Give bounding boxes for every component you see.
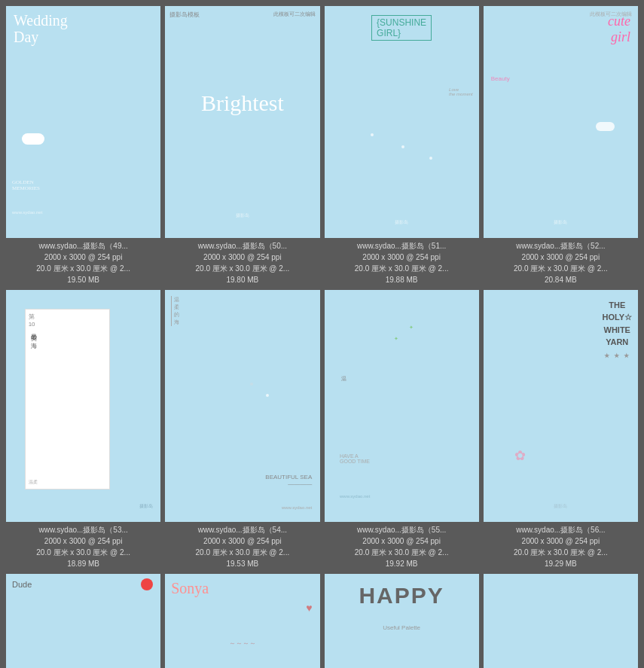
card-url-text: www.sydao.net	[340, 494, 370, 499]
card-kanji-text: 最美の海	[26, 328, 40, 340]
thumbnail-57[interactable]: Dude Brightest from my life	[6, 574, 160, 668]
card-sub-kanji: 温柔	[29, 479, 38, 486]
list-item[interactable]: ✦ ✦ 温 HAVE AGOOD TIME www.sydao.net www.…	[325, 290, 479, 569]
dot-icon	[401, 145, 404, 148]
thumbnail-51[interactable]: {SUNSHINEGIRL} Lovethe moment 摄影岛	[325, 6, 479, 238]
thumbnail-54[interactable]: 温柔的海 BEAUTIFUL SEA———— www.sydao.net	[165, 290, 319, 522]
card-dude-text: Dude	[12, 580, 32, 589]
card-love-text: Lovethe moment	[449, 87, 473, 96]
list-item[interactable]: 摄影岛模板 此模板可二次编辑 Brightest 摄影岛 www.sydao..…	[165, 6, 319, 285]
card-bottom-kanji: HAVE AGOOD TIME	[340, 453, 370, 464]
thumbnail-59[interactable]: HAPPY Useful Palette The you light of so…	[325, 574, 479, 668]
item-info-56: www.sydao...摄影岛（56... 2000 x 3000 @ 254 …	[514, 524, 608, 569]
thumbnail-52[interactable]: 此模板可二次编辑 cutegirl Beauty 摄影岛	[484, 6, 638, 238]
red-circle-icon	[141, 578, 153, 590]
thumbnail-60[interactable]: 温柔海 摄影岛	[484, 574, 638, 668]
list-item[interactable]: 温柔的海 BEAUTIFUL SEA———— www.sydao.net www…	[165, 290, 319, 569]
card-heart-icon: ♥	[306, 602, 312, 614]
card-site-text: 摄影岛	[554, 219, 567, 226]
list-item[interactable]: 此模板可二次编辑 cutegirl Beauty 摄影岛 www.sydao..…	[484, 6, 638, 285]
thumbnail-55[interactable]: ✦ ✦ 温 HAVE AGOOD TIME www.sydao.net	[325, 290, 479, 522]
card-happy-sub: Useful Palette	[383, 624, 420, 631]
list-item[interactable]: {SUNSHINEGIRL} Lovethe moment 摄影岛 www.sy…	[325, 6, 479, 285]
card-site-text: 摄影岛	[395, 219, 408, 226]
card-star-text: ✦	[409, 325, 415, 331]
card-bottom-text: 摄影岛	[236, 212, 249, 219]
card-white-border: 第10 最美の海 温柔	[25, 309, 110, 490]
card-left-text: 温柔的海	[171, 296, 179, 326]
card-cute-text: cutegirl	[608, 14, 630, 45]
thumbnail-56[interactable]: THEHOLY☆WHITEYARN★ ★ ★ ✿ 摄影岛	[484, 290, 638, 522]
item-info-52: www.sydao...摄影岛（52... 2000 x 3000 @ 254 …	[514, 240, 608, 285]
card-happy-text: HAPPY	[359, 583, 444, 609]
card-sonya-text: Sonya	[171, 580, 209, 597]
card-vertical-text: 温	[340, 371, 347, 372]
list-item[interactable]: WeddingDay GOLDENMEMORIES www.sydao.net …	[6, 6, 160, 285]
card-flower-icon: ✿	[514, 447, 526, 464]
dot-icon	[371, 133, 374, 136]
dot-icon	[250, 383, 253, 386]
dot-icon	[429, 157, 432, 160]
cloud-icon	[596, 122, 615, 131]
item-info-54: www.sydao...摄影岛（54... 2000 x 3000 @ 254 …	[196, 524, 290, 569]
card-star2-text: ✦	[394, 336, 400, 342]
card-main-text: Brightest	[201, 90, 284, 116]
thumbnail-49[interactable]: WeddingDay GOLDENMEMORIES www.sydao.net	[6, 6, 160, 238]
card-top-right-text: 此模板可二次编辑	[273, 11, 316, 18]
card-holy-text: THEHOLY☆WHITEYARN★ ★ ★	[602, 299, 632, 361]
card-url-text: 摄影岛	[554, 503, 567, 510]
list-item[interactable]: 温柔海 摄影岛 www.sydao...摄影岛（60... 2000 x 300…	[484, 574, 638, 668]
card-detail-text: www.sydao.net	[12, 210, 42, 215]
item-info-51: www.sydao...摄影岛（51... 2000 x 3000 @ 254 …	[355, 240, 449, 285]
list-item[interactable]: Sonya ♥ ～～～～ cute www.sydao.net www.syda…	[165, 574, 319, 668]
card-sub-text: GOLDENMEMORIES	[12, 179, 40, 191]
card-faint-text: 摄影岛	[139, 503, 153, 510]
card-decoration-text: ～～～～	[229, 639, 256, 648]
card-sunshine-text: {SUNSHINEGIRL}	[371, 15, 432, 41]
list-item[interactable]: Dude Brightest from my life www.sydao...…	[6, 574, 160, 668]
card-beautiful-text: BEAUTIFUL SEA————	[265, 474, 312, 487]
card-top-text: 摄影岛模板	[169, 11, 200, 19]
thumbnail-53[interactable]: 第10 最美の海 温柔 摄影岛	[6, 290, 160, 522]
image-grid: WeddingDay GOLDENMEMORIES www.sydao.net …	[6, 6, 638, 668]
item-info-49: www.sydao...摄影岛（49... 2000 x 3000 @ 254 …	[36, 240, 130, 285]
dot-icon	[266, 394, 269, 397]
item-info-55: www.sydao...摄影岛（55... 2000 x 3000 @ 254 …	[355, 524, 449, 569]
item-info-53: www.sydao...摄影岛（53... 2000 x 3000 @ 254 …	[36, 524, 130, 569]
list-item[interactable]: 第10 最美の海 温柔 摄影岛 www.sydao...摄影岛（53... 20…	[6, 290, 160, 569]
card-site-text: www.sydao.net	[282, 505, 312, 510]
cloud-icon	[22, 133, 44, 145]
card-num-text: 第10	[26, 310, 109, 328]
card-design-text: WeddingDay	[14, 12, 68, 45]
item-info-50: www.sydao...摄影岛（50... 2000 x 3000 @ 254 …	[196, 240, 290, 285]
thumbnail-50[interactable]: 摄影岛模板 此模板可二次编辑 Brightest 摄影岛	[165, 6, 319, 238]
card-beauty-text: Beauty	[491, 75, 510, 82]
list-item[interactable]: THEHOLY☆WHITEYARN★ ★ ★ ✿ 摄影岛 www.sydao..…	[484, 290, 638, 569]
list-item[interactable]: HAPPY Useful Palette The you light of so…	[325, 574, 479, 668]
thumbnail-58[interactable]: Sonya ♥ ～～～～ cute www.sydao.net	[165, 574, 319, 668]
